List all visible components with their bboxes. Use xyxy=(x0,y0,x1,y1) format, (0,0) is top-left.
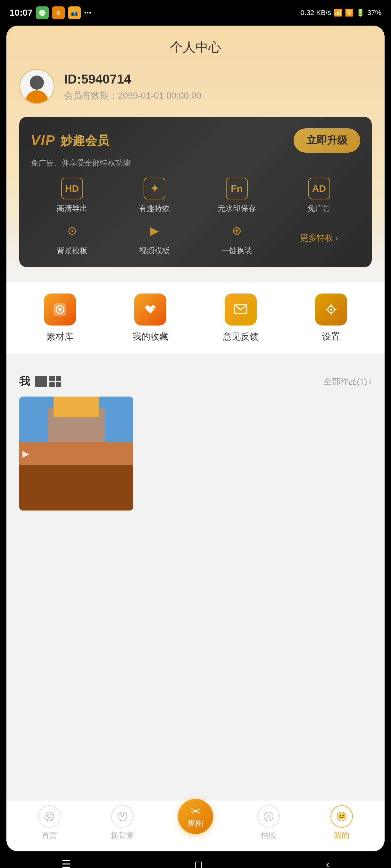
play-icon: ▶ xyxy=(22,448,29,459)
vip-desc: 免广告、并享受全部特权功能 xyxy=(31,158,360,168)
mine-icon: 😊 xyxy=(330,805,353,828)
vip-feature-hd-label: 高清导出 xyxy=(57,203,87,214)
more-rights-label: 更多特权 xyxy=(300,232,333,244)
quick-menu-collect[interactable]: 我的收藏 xyxy=(108,293,192,343)
vip-feature-bg[interactable]: ⊙ 背景模板 xyxy=(31,220,113,256)
cutout-icon: ✂ xyxy=(191,805,200,818)
vip-feature-video-label: 视频模板 xyxy=(139,246,170,256)
nav-background[interactable]: 换背景 xyxy=(86,805,159,840)
quick-menu-grid: 素材库 我的收藏 意见反馈 xyxy=(18,293,373,343)
work-thumb-1: ▶ xyxy=(19,397,133,510)
vip-feature-watermark-icon: Fn xyxy=(226,178,248,199)
works-all-label: 全部作品(1) xyxy=(324,376,367,387)
spacer xyxy=(6,660,385,801)
background-icon xyxy=(111,805,134,828)
profile-info: ID:5940714 会员有效期：2099-01-01 00:00:00 xyxy=(64,69,201,102)
vip-badge: VIP xyxy=(31,132,55,149)
section-divider-2 xyxy=(6,360,385,365)
bottom-nav: 首页 换背景 ✂ 抠图 拍照 xyxy=(6,800,385,851)
vip-title-group: VIP 妙趣会员 xyxy=(31,132,109,149)
header-area: 个人中心 ID:5940714 会员有效期：2099-01-01 00:00:0… xyxy=(6,26,385,277)
works-header: 我 全部作品(1) › xyxy=(19,374,372,389)
vip-feature-noad[interactable]: AD 免广告 xyxy=(278,178,360,214)
battery-percent: 37% xyxy=(367,9,381,17)
quick-menu-section: 素材库 我的收藏 意见反馈 xyxy=(6,282,385,354)
nav-mine-label: 我的 xyxy=(334,830,350,840)
section-divider-1 xyxy=(6,277,385,282)
chevron-right-works-icon: › xyxy=(369,377,372,386)
pixelated-face xyxy=(19,397,133,510)
nav-photo-label: 拍照 xyxy=(261,830,276,840)
android-menu-icon[interactable]: ☰ xyxy=(61,858,71,868)
works-view-icons xyxy=(35,376,61,387)
vip-features-row2: ⊙ 背景模板 ▶ 视频模板 ⊕ 一键换装 更多特权 › xyxy=(31,220,360,256)
vip-feature-watermark[interactable]: Fn 无水印保存 xyxy=(196,178,278,214)
svg-point-17 xyxy=(267,815,270,818)
nav-cutout[interactable]: ✂ 抠图 xyxy=(159,805,232,840)
cutout-button[interactable]: ✂ 抠图 xyxy=(178,799,213,834)
status-bar: 10:07 S 📷 ··· 0.32 KB/s 📶 🛜 🔋 37% xyxy=(0,0,391,26)
profile-id: ID:5940714 xyxy=(64,72,201,86)
works-all-link[interactable]: 全部作品(1) › xyxy=(324,376,372,387)
vip-feature-video[interactable]: ▶ 视频模板 xyxy=(113,220,196,256)
vip-feature-noad-icon: AD xyxy=(308,178,330,199)
svg-point-13 xyxy=(48,814,51,818)
vip-feature-more[interactable]: 更多特权 › xyxy=(278,232,360,244)
android-home-icon[interactable]: ◻ xyxy=(194,858,203,868)
vip-feature-outfit-icon: ⊕ xyxy=(226,220,248,242)
vip-subtitle: 妙趣会员 xyxy=(61,132,109,149)
wifi-icon: 🛜 xyxy=(345,9,354,17)
vip-feature-hd-icon: HD xyxy=(61,178,83,199)
signal-icon: 📶 xyxy=(334,9,342,17)
app-icon-3: 📷 xyxy=(68,6,81,19)
nav-home[interactable]: 首页 xyxy=(13,805,86,840)
vip-upgrade-button[interactable]: 立即升级 xyxy=(294,128,360,153)
nav-home-label: 首页 xyxy=(42,830,57,840)
battery-icon: 🔋 xyxy=(356,9,365,17)
vip-feature-hd[interactable]: HD 高清导出 xyxy=(31,178,113,214)
vip-feature-effects-icon: ✦ xyxy=(144,178,165,199)
vip-features-row1: HD 高清导出 ✦ 有趣特效 Fn 无水印保存 AD 免广告 xyxy=(31,178,360,214)
svg-point-16 xyxy=(264,812,273,821)
vip-feature-effects[interactable]: ✦ 有趣特效 xyxy=(113,178,196,214)
avatar-head xyxy=(30,75,44,90)
nav-photo[interactable]: 拍照 xyxy=(232,805,305,840)
quick-menu-material[interactable]: 素材库 xyxy=(18,293,102,343)
vip-feature-effects-label: 有趣特效 xyxy=(139,203,170,214)
works-grid: ▶ xyxy=(19,397,372,510)
android-back-icon[interactable]: ‹ xyxy=(326,859,330,868)
vip-feature-outfit[interactable]: ⊕ 一键换装 xyxy=(196,220,278,256)
feedback-icon xyxy=(225,293,257,326)
nav-mine[interactable]: 😊 我的 xyxy=(305,805,378,840)
svg-point-15 xyxy=(121,814,124,816)
app-icon-soul: S xyxy=(52,6,65,19)
status-dots: ··· xyxy=(84,8,91,18)
works-section: 我 全部作品(1) › xyxy=(6,365,385,660)
status-right: 0.32 KB/s 📶 🛜 🔋 37% xyxy=(301,9,381,17)
list-view-icon[interactable] xyxy=(35,376,47,387)
page-title: 个人中心 xyxy=(19,38,372,56)
chevron-right-icon: › xyxy=(335,233,338,243)
svg-point-12 xyxy=(45,812,54,821)
avatar[interactable] xyxy=(19,69,55,104)
nav-background-label: 换背景 xyxy=(111,830,134,840)
works-title: 我 xyxy=(19,374,30,389)
works-title-group: 我 xyxy=(19,374,61,389)
cutout-label: 抠图 xyxy=(188,818,203,828)
profile-section: ID:5940714 会员有效期：2099-01-01 00:00:00 xyxy=(19,69,372,104)
grid-view-icon[interactable] xyxy=(49,376,61,387)
vip-feature-outfit-label: 一键换装 xyxy=(221,246,252,256)
quick-menu-settings[interactable]: 设置 xyxy=(289,293,373,343)
vip-feature-noad-label: 免广告 xyxy=(308,203,331,214)
work-item-1[interactable]: ▶ xyxy=(19,397,133,510)
profile-expire: 会员有效期：2099-01-01 00:00:00 xyxy=(64,90,201,102)
avatar-body xyxy=(26,90,48,103)
photo-icon xyxy=(257,805,280,828)
more-rights: 更多特权 › xyxy=(300,232,338,244)
collect-label: 我的收藏 xyxy=(132,331,168,343)
settings-icon xyxy=(315,293,347,326)
svg-point-3 xyxy=(58,308,61,311)
svg-point-0 xyxy=(39,9,46,16)
settings-label: 设置 xyxy=(322,331,340,343)
quick-menu-feedback[interactable]: 意见反馈 xyxy=(199,293,283,343)
